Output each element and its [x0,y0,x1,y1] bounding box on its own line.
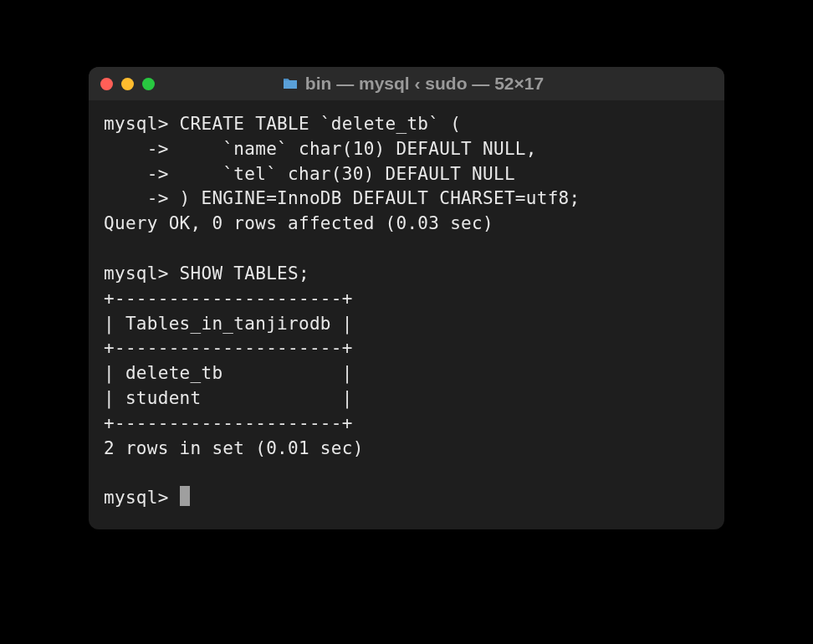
terminal-line: | delete_tb | [104,363,353,383]
terminal-line: +---------------------+ [104,289,353,309]
terminal-line: mysql> CREATE TABLE `delete_tb` ( [104,114,461,134]
terminal-line: | Tables_in_tanjirodb | [104,314,353,334]
cursor [180,486,190,506]
terminal-line: | student | [104,388,353,408]
terminal-line: +---------------------+ [104,338,353,358]
folder-icon [282,77,299,90]
terminal-line: +---------------------+ [104,413,353,433]
terminal-prompt: mysql> [104,488,180,508]
title-content: bin — mysql ‹ sudo — 52×17 [113,74,713,94]
terminal-line: mysql> SHOW TABLES; [104,263,309,284]
terminal-line: -> `name` char(10) DEFAULT NULL, [104,139,537,159]
titlebar[interactable]: bin — mysql ‹ sudo — 52×17 [89,67,724,100]
terminal-window: bin — mysql ‹ sudo — 52×17 mysql> CREATE… [89,67,724,529]
terminal-line: 2 rows in set (0.01 sec) [104,438,364,458]
terminal-line: -> `tel` char(30) DEFAULT NULL [104,164,515,184]
terminal-line: -> ) ENGINE=InnoDB DEFAULT CHARSET=utf8; [104,188,580,208]
terminal-body[interactable]: mysql> CREATE TABLE `delete_tb` ( -> `na… [89,100,724,529]
terminal-line: Query OK, 0 rows affected (0.03 sec) [104,213,493,233]
close-button[interactable] [100,78,113,90]
window-title: bin — mysql ‹ sudo — 52×17 [305,74,544,94]
